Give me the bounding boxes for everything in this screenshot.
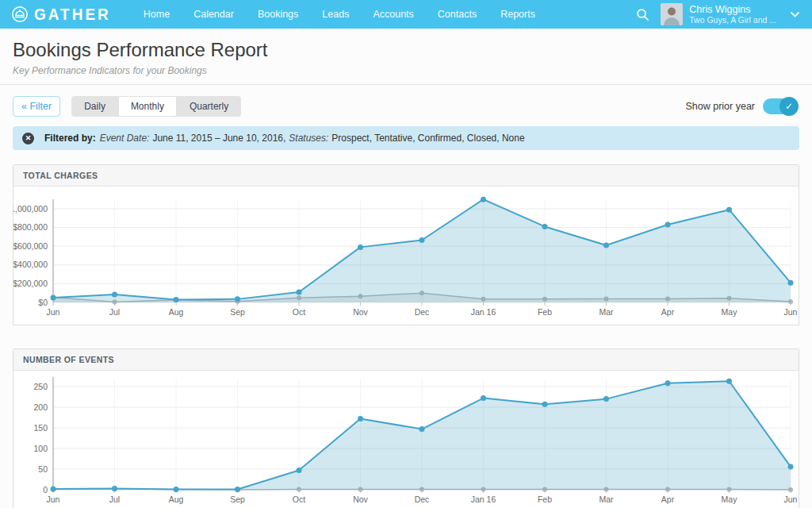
svg-text:Nov: Nov xyxy=(353,307,368,317)
svg-text:Oct: Oct xyxy=(293,495,305,504)
brand-name: GATHER xyxy=(34,6,111,22)
svg-text:Apr: Apr xyxy=(661,307,675,317)
filtered-by-bar: ✕ Filtered by: Event Date: June 11, 2015… xyxy=(13,126,799,150)
svg-text:Jun: Jun xyxy=(47,307,60,317)
svg-text:250: 250 xyxy=(33,382,48,391)
svg-text:$0: $0 xyxy=(38,298,48,307)
svg-text:100: 100 xyxy=(33,444,48,453)
svg-text:Jan 16: Jan 16 xyxy=(471,495,496,504)
svg-text:Nov: Nov xyxy=(353,495,368,504)
show-prior-year-toggle[interactable]: ✓ xyxy=(763,98,796,114)
granularity-segmented-control: Daily Monthly Quarterly xyxy=(71,96,241,117)
page-header: Bookings Performance Report Key Performa… xyxy=(0,29,812,85)
svg-text:150: 150 xyxy=(33,423,48,433)
svg-text:200: 200 xyxy=(33,402,48,412)
search-button[interactable] xyxy=(630,0,654,29)
svg-text:$1,000,000: $1,000,000 xyxy=(13,204,48,214)
nav-item-accounts[interactable]: Accounts xyxy=(361,0,425,29)
svg-text:50: 50 xyxy=(38,464,48,474)
number-of-events-chart: 050100150200250JunJulAugSepOctNovDecJan … xyxy=(13,371,799,508)
user-name: Chris Wiggins xyxy=(689,4,776,15)
user-org: Two Guys, A Girl and ... xyxy=(689,15,776,25)
chevron-down-icon xyxy=(791,12,799,17)
event-date-label: Event Date: xyxy=(100,133,150,144)
granularity-monthly-button[interactable]: Monthly xyxy=(118,96,177,117)
event-date-value: June 11, 2015 – June 10, 2016, xyxy=(152,133,285,144)
svg-text:Jun: Jun xyxy=(784,495,798,504)
toggle-check-icon: ✓ xyxy=(779,97,799,116)
granularity-daily-button[interactable]: Daily xyxy=(71,96,118,117)
avatar xyxy=(661,3,683,25)
svg-text:Jul: Jul xyxy=(109,307,120,317)
svg-text:Jun: Jun xyxy=(47,495,60,504)
number-of-events-panel: NUMBER OF EVENTS 050100150200250JunJulAu… xyxy=(13,348,799,508)
page-subtitle: Key Performance Indicators for your Book… xyxy=(13,65,799,76)
svg-text:Jul: Jul xyxy=(109,495,120,504)
clear-filter-icon[interactable]: ✕ xyxy=(22,133,34,144)
filter-toolbar: « Filter Daily Monthly Quarterly Show pr… xyxy=(0,85,812,123)
svg-text:Aug: Aug xyxy=(169,495,184,504)
svg-text:$400,000: $400,000 xyxy=(13,260,48,269)
svg-text:Mar: Mar xyxy=(599,495,614,504)
page-title: Bookings Performance Report xyxy=(13,39,799,61)
brand-logo[interactable]: GATHER xyxy=(11,6,111,23)
top-navbar: GATHER HomeCalendarBookingsLeadsAccounts… xyxy=(0,0,812,29)
statuses-value: Prospect, Tentative, Confirmed, Closed, … xyxy=(331,133,524,144)
filtered-by-prefix: Filtered by: xyxy=(44,133,96,144)
svg-text:May: May xyxy=(722,495,738,504)
gather-logo-icon xyxy=(11,6,29,23)
user-menu[interactable]: Chris Wiggins Two Guys, A Girl and ... xyxy=(661,3,801,25)
svg-text:Feb: Feb xyxy=(538,495,552,504)
svg-text:Sep: Sep xyxy=(230,495,245,504)
total-charges-panel: TOTAL CHARGES $0$200,000$400,000$600,000… xyxy=(13,164,799,325)
svg-text:Oct: Oct xyxy=(293,307,305,317)
svg-text:$800,000: $800,000 xyxy=(13,222,48,232)
statuses-label: Statuses: xyxy=(289,133,328,144)
nav-item-reports[interactable]: Reports xyxy=(488,0,547,29)
svg-text:Apr: Apr xyxy=(661,495,675,504)
number-of-events-title: NUMBER OF EVENTS xyxy=(13,349,799,371)
nav-menu: HomeCalendarBookingsLeadsAccountsContact… xyxy=(132,0,547,29)
show-prior-year-label: Show prior year xyxy=(685,101,755,112)
svg-text:Feb: Feb xyxy=(538,307,552,317)
total-charges-title: TOTAL CHARGES xyxy=(13,165,799,187)
svg-text:0: 0 xyxy=(43,485,48,495)
nav-item-calendar[interactable]: Calendar xyxy=(182,0,246,29)
svg-text:$200,000: $200,000 xyxy=(13,279,48,288)
nav-item-home[interactable]: Home xyxy=(132,0,182,29)
svg-text:Sep: Sep xyxy=(230,307,245,317)
svg-text:$600,000: $600,000 xyxy=(13,241,48,251)
total-charges-chart: $0$200,000$400,000$600,000$800,000$1,000… xyxy=(13,187,799,325)
nav-item-bookings[interactable]: Bookings xyxy=(246,0,310,29)
svg-text:Mar: Mar xyxy=(599,307,614,317)
svg-text:Aug: Aug xyxy=(169,307,184,317)
svg-text:Jun: Jun xyxy=(784,307,798,317)
nav-item-leads[interactable]: Leads xyxy=(310,0,361,29)
nav-item-contacts[interactable]: Contacts xyxy=(426,0,488,29)
search-icon xyxy=(636,8,649,21)
filter-button[interactable]: « Filter xyxy=(13,96,60,117)
svg-text:Jan 16: Jan 16 xyxy=(471,307,496,317)
svg-text:Dec: Dec xyxy=(415,495,430,504)
granularity-quarterly-button[interactable]: Quarterly xyxy=(177,96,241,117)
svg-text:May: May xyxy=(722,307,738,317)
svg-text:Dec: Dec xyxy=(415,307,430,317)
